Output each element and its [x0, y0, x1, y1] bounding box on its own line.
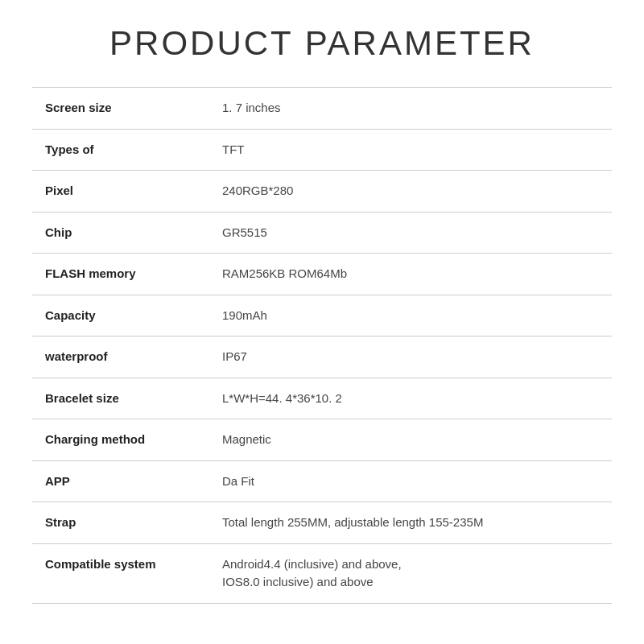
row-value: IP67 [209, 336, 612, 378]
row-label: Screen size [32, 88, 209, 130]
table-row: APPDa Fit [32, 460, 612, 502]
table-row: Pixel240RGB*280 [32, 171, 612, 213]
table-row: Types ofTFT [32, 129, 612, 171]
table-row: Capacity190mAh [32, 295, 612, 336]
table-row: StrapTotal length 255MM, adjustable leng… [32, 502, 612, 544]
row-label: APP [32, 460, 209, 502]
table-row: FLASH memoryRAM256KB ROM64Mb [32, 254, 612, 295]
params-table: Screen size1. 7 inchesTypes ofTFTPixel24… [32, 87, 612, 604]
table-row: Bracelet sizeL*W*H=44. 4*36*10. 2 [32, 378, 612, 419]
row-label: Chip [32, 212, 209, 254]
table-row: waterproofIP67 [32, 336, 612, 378]
row-label: Pixel [32, 171, 209, 213]
row-value: TFT [209, 129, 612, 171]
row-value: RAM256KB ROM64Mb [209, 254, 612, 295]
row-label: waterproof [32, 336, 209, 378]
row-label: Charging method [32, 419, 209, 461]
table-row: Screen size1. 7 inches [32, 88, 612, 130]
row-value: Da Fit [209, 460, 612, 502]
row-value: GR5515 [209, 212, 612, 254]
row-label: Strap [32, 502, 209, 544]
row-value: Android4.4 (inclusive) and above,IOS8.0 … [209, 543, 612, 603]
row-value: Magnetic [209, 419, 612, 461]
row-value: L*W*H=44. 4*36*10. 2 [209, 378, 612, 419]
row-value: 240RGB*280 [209, 171, 612, 213]
row-label: FLASH memory [32, 254, 209, 295]
row-label: Compatible system [32, 543, 209, 603]
table-row: Charging methodMagnetic [32, 419, 612, 461]
row-value: Total length 255MM, adjustable length 15… [209, 502, 612, 544]
page-title: PRODUCT PARAMETER [109, 24, 535, 63]
row-label: Bracelet size [32, 378, 209, 419]
table-row: Compatible systemAndroid4.4 (inclusive) … [32, 543, 612, 603]
row-label: Capacity [32, 295, 209, 336]
row-value: 190mAh [209, 295, 612, 336]
table-row: ChipGR5515 [32, 212, 612, 254]
row-label: Types of [32, 129, 209, 171]
row-value: 1. 7 inches [209, 88, 612, 130]
